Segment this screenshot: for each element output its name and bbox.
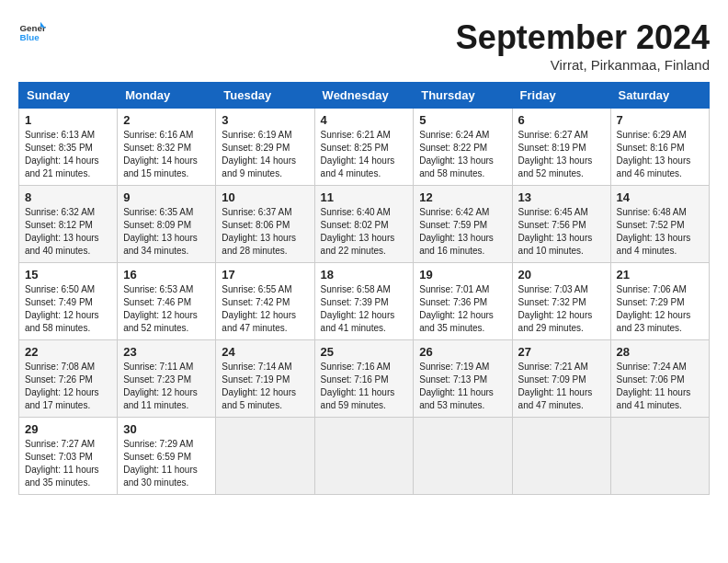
table-row: 17Sunrise: 6:55 AMSunset: 7:42 PMDayligh… xyxy=(216,263,314,340)
table-row: 23Sunrise: 7:11 AMSunset: 7:23 PMDayligh… xyxy=(118,340,216,418)
table-row: 14Sunrise: 6:48 AMSunset: 7:52 PMDayligh… xyxy=(610,186,709,263)
table-row: 15Sunrise: 6:50 AMSunset: 7:49 PMDayligh… xyxy=(19,263,118,340)
table-row xyxy=(314,418,414,495)
table-row: 20Sunrise: 7:03 AMSunset: 7:32 PMDayligh… xyxy=(512,263,610,340)
table-row: 24Sunrise: 7:14 AMSunset: 7:19 PMDayligh… xyxy=(216,340,314,418)
table-row: 2Sunrise: 6:16 AMSunset: 8:32 PMDaylight… xyxy=(118,109,216,186)
table-row: 9Sunrise: 6:35 AMSunset: 8:09 PMDaylight… xyxy=(118,186,216,263)
table-row: 3Sunrise: 6:19 AMSunset: 8:29 PMDaylight… xyxy=(216,109,314,186)
table-row xyxy=(512,418,610,495)
col-sunday: Sunday xyxy=(19,83,118,109)
table-row: 10Sunrise: 6:37 AMSunset: 8:06 PMDayligh… xyxy=(216,186,314,263)
table-row: 13Sunrise: 6:45 AMSunset: 7:56 PMDayligh… xyxy=(512,186,610,263)
logo-icon: General Blue xyxy=(18,18,46,46)
table-row xyxy=(414,418,512,495)
table-row: 28Sunrise: 7:24 AMSunset: 7:06 PMDayligh… xyxy=(610,340,709,418)
table-row: 26Sunrise: 7:19 AMSunset: 7:13 PMDayligh… xyxy=(414,340,512,418)
table-row: 8Sunrise: 6:32 AMSunset: 8:12 PMDaylight… xyxy=(19,186,118,263)
calendar-table: Sunday Monday Tuesday Wednesday Thursday… xyxy=(18,82,710,495)
calendar-header-row: Sunday Monday Tuesday Wednesday Thursday… xyxy=(19,83,710,109)
col-wednesday: Wednesday xyxy=(314,83,414,109)
page-header: General Blue September 2024 Virrat, Pirk… xyxy=(18,18,710,73)
table-row: 4Sunrise: 6:21 AMSunset: 8:25 PMDaylight… xyxy=(314,109,414,186)
col-monday: Monday xyxy=(118,83,216,109)
col-thursday: Thursday xyxy=(414,83,512,109)
table-row: 18Sunrise: 6:58 AMSunset: 7:39 PMDayligh… xyxy=(314,263,414,340)
table-row: 16Sunrise: 6:53 AMSunset: 7:46 PMDayligh… xyxy=(118,263,216,340)
table-row: 12Sunrise: 6:42 AMSunset: 7:59 PMDayligh… xyxy=(414,186,512,263)
title-area: September 2024 Virrat, Pirkanmaa, Finlan… xyxy=(456,18,710,73)
table-row: 7Sunrise: 6:29 AMSunset: 8:16 PMDaylight… xyxy=(610,109,709,186)
table-row: 6Sunrise: 6:27 AMSunset: 8:19 PMDaylight… xyxy=(512,109,610,186)
col-tuesday: Tuesday xyxy=(216,83,314,109)
table-row: 29Sunrise: 7:27 AMSunset: 7:03 PMDayligh… xyxy=(19,418,118,495)
table-row: 11Sunrise: 6:40 AMSunset: 8:02 PMDayligh… xyxy=(314,186,414,263)
table-row: 22Sunrise: 7:08 AMSunset: 7:26 PMDayligh… xyxy=(19,340,118,418)
table-row: 5Sunrise: 6:24 AMSunset: 8:22 PMDaylight… xyxy=(414,109,512,186)
table-row: 1Sunrise: 6:13 AMSunset: 8:35 PMDaylight… xyxy=(19,109,118,186)
location: Virrat, Pirkanmaa, Finland xyxy=(456,57,710,73)
table-row: 30Sunrise: 7:29 AMSunset: 6:59 PMDayligh… xyxy=(118,418,216,495)
month-title: September 2024 xyxy=(456,18,710,57)
table-row: 19Sunrise: 7:01 AMSunset: 7:36 PMDayligh… xyxy=(414,263,512,340)
col-friday: Friday xyxy=(512,83,610,109)
logo: General Blue xyxy=(18,18,46,46)
col-saturday: Saturday xyxy=(610,83,709,109)
table-row xyxy=(610,418,709,495)
table-row: 25Sunrise: 7:16 AMSunset: 7:16 PMDayligh… xyxy=(314,340,414,418)
table-row: 21Sunrise: 7:06 AMSunset: 7:29 PMDayligh… xyxy=(610,263,709,340)
table-row: 27Sunrise: 7:21 AMSunset: 7:09 PMDayligh… xyxy=(512,340,610,418)
svg-text:Blue: Blue xyxy=(20,32,40,42)
table-row xyxy=(216,418,314,495)
